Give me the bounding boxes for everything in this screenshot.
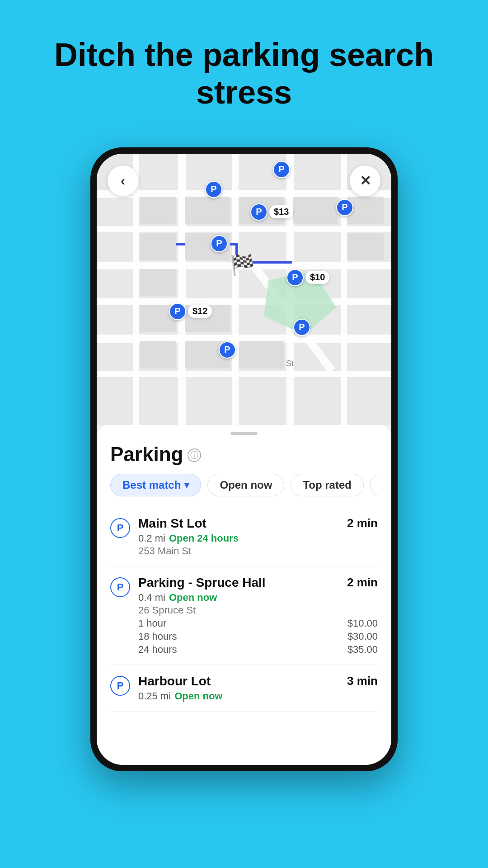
parking-icon-1: P: [110, 518, 130, 538]
svg-rect-21: [140, 269, 176, 296]
map-area: Vaughn Way Irving St ‹: [97, 154, 391, 425]
filter-top-rated[interactable]: Top rated: [291, 474, 364, 496]
price-2-1: $30.00: [347, 631, 378, 642]
item-name-1: Main St Lot: [138, 516, 206, 531]
price-row-2-2: 24 hours $35.00: [138, 644, 378, 656]
info-icon[interactable]: ⓘ: [188, 448, 201, 462]
parking-pin-2[interactable]: P: [205, 181, 222, 198]
sheet-title-row: Parking ⓘ: [110, 443, 378, 466]
map-back-button[interactable]: ‹: [108, 165, 138, 196]
filter-row: Best match Open now Top rated Onsite: [110, 474, 378, 496]
sheet-title: Parking: [110, 443, 183, 466]
parking-pin-8[interactable]: P: [293, 319, 310, 336]
parking-item-1[interactable]: P Main St Lot 2 min 0.2 mi Open 24 hours…: [110, 507, 378, 566]
svg-rect-28: [347, 233, 384, 260]
parking-item-3[interactable]: P Harbour Lot 3 min 0.25 mi Open now: [110, 665, 378, 712]
parking-icon-3: P: [110, 676, 130, 696]
destination-marker: 🏁: [230, 253, 255, 277]
item-distance-3: 0.25 mi: [138, 690, 171, 702]
phone-mockup: Vaughn Way Irving St ‹: [90, 147, 398, 771]
svg-rect-2: [97, 226, 391, 232]
svg-rect-18: [185, 197, 230, 224]
item-details-2: Parking - Spruce Hall 2 min 0.4 mi Open …: [138, 576, 378, 656]
item-sub-1: 0.2 mi Open 24 hours: [138, 533, 378, 544]
svg-rect-16: [140, 197, 176, 224]
item-sub-3: 0.25 mi Open now: [138, 690, 378, 702]
item-distance-2: 0.4 mi: [138, 592, 165, 604]
svg-rect-11: [341, 154, 347, 425]
item-address-1: 253 Main St: [138, 545, 378, 557]
parking-pin-3[interactable]: P $13: [250, 203, 293, 221]
svg-rect-6: [97, 371, 391, 377]
parking-icon-2: P: [110, 577, 130, 597]
parking-pin-4[interactable]: P: [336, 199, 353, 216]
item-time-1: 2 min: [347, 516, 378, 530]
sheet-handle: [230, 432, 258, 435]
item-address-2: 26 Spruce St: [138, 604, 378, 616]
parking-item-2[interactable]: P Parking - Spruce Hall 2 min 0.4 mi Ope…: [110, 566, 378, 665]
item-name-2: Parking - Spruce Hall: [138, 576, 266, 590]
svg-rect-29: [293, 197, 338, 224]
duration-2-0: 1 hour: [138, 618, 166, 629]
parking-pin-7[interactable]: P $12: [169, 303, 212, 320]
filter-onsite[interactable]: Onsite: [370, 474, 378, 496]
phone-screen: Vaughn Way Irving St ‹: [97, 154, 391, 765]
svg-rect-9: [232, 154, 239, 425]
svg-rect-7: [133, 154, 139, 425]
item-open-1: Open 24 hours: [169, 533, 239, 544]
svg-rect-17: [140, 233, 176, 260]
filter-best-match[interactable]: Best match: [110, 474, 201, 496]
parking-pin-1[interactable]: P: [273, 161, 290, 178]
item-sub-2: 0.4 mi Open now: [138, 592, 378, 604]
bottom-sheet: Parking ⓘ Best match Open now Top rated …: [97, 425, 391, 765]
map-close-button[interactable]: ✕: [350, 165, 380, 196]
headline: Ditch the parking search stress: [0, 36, 488, 111]
svg-rect-8: [178, 154, 186, 425]
price-2-0: $10.00: [347, 618, 378, 629]
filter-open-now[interactable]: Open now: [207, 474, 284, 496]
price-row-2-0: 1 hour $10.00: [138, 618, 378, 629]
item-details-1: Main St Lot 2 min 0.2 mi Open 24 hours 2…: [138, 516, 378, 557]
item-time-3: 3 min: [347, 674, 378, 688]
duration-2-1: 18 hours: [138, 631, 177, 642]
parking-pin-6[interactable]: P $10: [286, 269, 329, 286]
svg-rect-4: [97, 298, 391, 305]
parking-pin-9[interactable]: P: [219, 341, 236, 359]
item-details-3: Harbour Lot 3 min 0.25 mi Open now: [138, 674, 378, 702]
item-open-3: Open now: [174, 690, 222, 702]
item-time-2: 2 min: [347, 576, 378, 590]
item-open-2: Open now: [169, 592, 217, 604]
item-name-3: Harbour Lot: [138, 674, 211, 689]
duration-2-2: 24 hours: [138, 644, 177, 656]
svg-rect-26: [239, 341, 284, 368]
svg-rect-24: [140, 341, 176, 368]
price-2-2: $35.00: [347, 644, 378, 656]
price-row-2-1: 18 hours $30.00: [138, 631, 378, 642]
parking-pin-5[interactable]: P: [211, 235, 228, 252]
item-distance-1: 0.2 mi: [138, 533, 165, 544]
